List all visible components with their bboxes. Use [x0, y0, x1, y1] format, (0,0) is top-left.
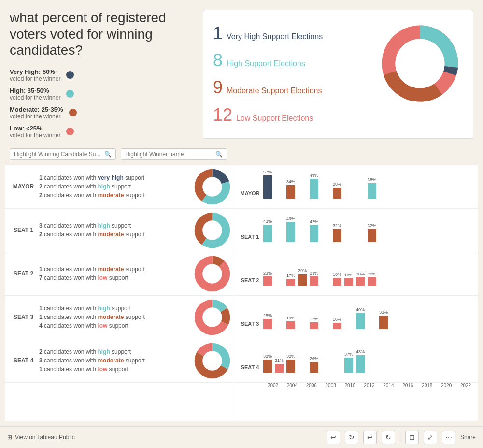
x-axis-label: 2020 [437, 383, 456, 388]
chart-bars-area: 23% 0% 17% 29% 23% 0% [263, 257, 475, 286]
svg-point-4 [395, 39, 444, 88]
bar [263, 360, 272, 373]
bar [356, 355, 365, 373]
table-row: SEAT 1 3 candidates won with high suppor… [5, 209, 234, 252]
legend-label: Very High: 50%+ [10, 68, 60, 75]
legend-item-low: Low: <25% voted for the winner [10, 125, 193, 139]
bar [356, 313, 365, 329]
bar [356, 277, 365, 286]
bar-group: 21% [275, 358, 284, 373]
bar-group: 20% [368, 272, 376, 286]
bar-pct: 32% [333, 223, 341, 228]
filter-winner-name[interactable]: 🔍 [121, 148, 227, 160]
x-axis-label: 2022 [456, 383, 475, 388]
row-line: 3 candidates won with moderate support [39, 357, 193, 364]
back-button[interactable]: ↩ [363, 431, 377, 444]
row-content: 2 candidates won with high support 3 can… [39, 348, 193, 373]
bar-group: 43% [356, 349, 365, 373]
bar-pct: 20% [368, 272, 376, 276]
row-donut-chart [193, 341, 231, 380]
bar [263, 225, 272, 242]
forward-button[interactable]: ↻ [382, 431, 395, 444]
bar [368, 183, 376, 199]
bar-pct: 37% [344, 352, 353, 357]
bar-pct: 38% [368, 177, 376, 182]
row-label: MAYOR [8, 183, 39, 190]
undo-button[interactable]: ↩ [327, 431, 340, 444]
bar-pct: 43% [356, 349, 365, 354]
left-table: MAYOR 1 candidates won with very high su… [5, 165, 234, 421]
legend-text: High: 35-50% voted for the winner [10, 87, 60, 101]
stat-number: 9 [213, 77, 223, 98]
stat-number: 8 [213, 50, 223, 71]
stat-number: 1 [213, 23, 223, 43]
row-line: 4 candidates won with low support [39, 322, 193, 329]
bar-group: 17% [310, 317, 318, 329]
divider [400, 433, 400, 442]
left-panel: what percent of registered voters voted … [10, 10, 193, 139]
bar-group: 20% [356, 272, 365, 286]
row-content: 1 candidates won with high support 1 can… [39, 305, 193, 329]
legend-dot [66, 71, 74, 79]
row-content: 1 candidates won with moderate support 7… [39, 266, 193, 281]
stats-list: 1 Very High Support Elections 8 High Sup… [213, 20, 367, 129]
candidate-support-input[interactable] [14, 151, 101, 158]
row-line: 1 candidates won with very high support [39, 174, 193, 181]
bar [310, 179, 318, 199]
tableau-link[interactable]: View on Tableau Public [15, 434, 75, 441]
legend-text: Low: <25% voted for the winner [10, 125, 60, 139]
bar-pct: 32% [263, 354, 272, 359]
stat-number: 12 [213, 105, 232, 125]
winner-name-input[interactable] [125, 151, 213, 158]
legend-text: Moderate: 25-35% voted for the winner [10, 106, 63, 120]
share-label[interactable]: Share [460, 434, 476, 441]
redo-button[interactable]: ↻ [345, 431, 358, 444]
chart-row-label: SEAT 1 [237, 234, 263, 242]
bar [368, 277, 376, 286]
row-donut-chart [193, 254, 231, 293]
page-title: what percent of registered voters voted … [10, 10, 193, 58]
x-axis-label: 2016 [398, 383, 417, 388]
bar-pct: 49% [286, 217, 295, 221]
fullscreen-button[interactable]: ⊡ [405, 431, 419, 444]
options-button[interactable]: ⋯ [442, 431, 455, 444]
bar-group: 57% [263, 170, 272, 199]
stat-item: 12 Low Support Elections [213, 105, 367, 125]
bar-pct: 29% [298, 268, 307, 273]
filter-candidate-support[interactable]: 🔍 [10, 148, 116, 160]
bar-pct: 25% [263, 313, 272, 318]
bottom-section: MAYOR 1 candidates won with very high su… [0, 165, 483, 426]
svg-point-14 [203, 265, 221, 283]
row-line: 1 candidates won with moderate support [39, 266, 193, 273]
stat-item: 8 High Support Elections [213, 50, 367, 71]
legend-label: Low: <25% [10, 125, 60, 132]
bar-group: 49% [310, 173, 318, 199]
tableau-logo[interactable]: ⊞ View on Tableau Public [7, 434, 75, 441]
chart-row-label: SEAT 3 [237, 321, 263, 329]
bar-pct: 23% [310, 271, 318, 275]
bar-pct: 20% [356, 272, 365, 276]
bar [333, 278, 341, 286]
bar-group: 17% [286, 273, 295, 286]
bar-pct: 18% [344, 273, 353, 277]
bar [298, 274, 307, 286]
table-row: SEAT 4 2 candidates won with high suppor… [5, 339, 234, 383]
bar-group: 32% [286, 354, 295, 373]
stat-label: Low Support Elections [236, 114, 313, 123]
chart-row-label: SEAT 4 [237, 364, 263, 373]
row-line: 3 candidates won with high support [39, 222, 193, 229]
row-line: 2 candidates won with moderate support [39, 231, 193, 238]
row-donut-chart [193, 211, 231, 249]
share-button[interactable]: ⤢ [424, 431, 437, 444]
bar [286, 321, 295, 329]
search-icon-2: 🔍 [215, 151, 223, 158]
bar-pct: 40% [356, 307, 365, 312]
bar [310, 362, 318, 373]
svg-point-8 [203, 178, 221, 196]
table-row: MAYOR 1 candidates won with very high su… [5, 165, 234, 209]
bar-group: 33% [379, 310, 388, 329]
bar-pct: 21% [275, 358, 284, 363]
bar-group: 49% [286, 217, 295, 242]
bar [368, 229, 376, 242]
stat-item: 1 Very High Support Elections [213, 23, 367, 43]
